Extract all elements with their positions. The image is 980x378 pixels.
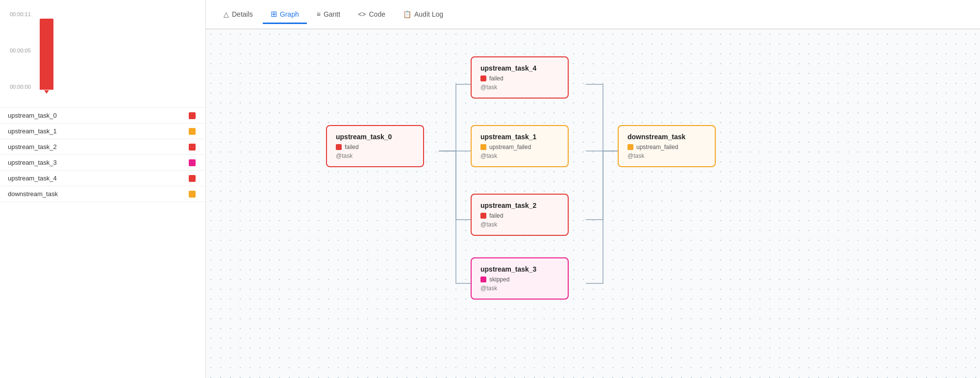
node-title: upstream_task_2 xyxy=(480,202,559,209)
task-name: downstream_task xyxy=(8,190,58,198)
main-content: △ Details ⊞ Graph ≡ Gantt <> Code 📋 Audi… xyxy=(206,0,980,378)
node-upstream_task_4[interactable]: upstream_task_4 failed @task xyxy=(471,56,569,99)
node-type: @task xyxy=(628,152,706,159)
y-label-top: 00:00:11 xyxy=(10,11,31,17)
tab-details[interactable]: △ Details xyxy=(216,6,261,24)
node-title: upstream_task_0 xyxy=(336,133,414,141)
node-type: @task xyxy=(480,84,559,91)
node-type: @task xyxy=(336,152,414,159)
node-status-dot xyxy=(480,277,486,282)
tab-graph[interactable]: ⊞ Graph xyxy=(263,5,307,24)
y-label-mid: 00:00:05 xyxy=(10,48,31,53)
node-type: @task xyxy=(480,152,559,159)
node-upstream_task_3[interactable]: upstream_task_3 skipped @task xyxy=(471,257,569,300)
status-dot xyxy=(189,128,196,135)
graph-icon: ⊞ xyxy=(271,9,277,19)
tab-gantt[interactable]: ≡ Gantt xyxy=(309,6,348,24)
status-dot xyxy=(189,175,196,182)
duration-chart: 00:00:11 00:00:05 00:00:00 xyxy=(0,0,205,108)
node-status-label: upstream_failed xyxy=(489,144,531,151)
node-status-dot xyxy=(480,144,486,150)
node-title: upstream_task_4 xyxy=(480,64,559,72)
node-downstream_task[interactable]: downstream_task upstream_failed @task xyxy=(618,125,716,167)
task-row[interactable]: downstream_task xyxy=(0,186,205,202)
status-dot xyxy=(189,144,196,151)
task-row[interactable]: upstream_task_0 xyxy=(0,108,205,124)
node-status-label: upstream_failed xyxy=(636,144,678,151)
node-status-label: failed xyxy=(345,144,359,151)
tab-code[interactable]: <> Code xyxy=(350,6,393,24)
tab-bar: △ Details ⊞ Graph ≡ Gantt <> Code 📋 Audi… xyxy=(206,0,980,29)
task-name: upstream_task_3 xyxy=(8,159,57,166)
task-name: upstream_task_1 xyxy=(8,127,57,135)
node-status-label: failed xyxy=(489,75,503,82)
chart-y-axis: 00:00:11 00:00:05 00:00:00 xyxy=(10,11,31,90)
node-status-dot xyxy=(628,144,633,150)
tab-details-label: Details xyxy=(232,10,253,18)
tab-graph-label: Graph xyxy=(280,10,299,18)
details-icon: △ xyxy=(224,10,229,18)
task-list: upstream_task_0upstream_task_1upstream_t… xyxy=(0,108,205,378)
tab-code-label: Code xyxy=(369,10,385,18)
task-name: upstream_task_2 xyxy=(8,143,57,151)
status-dot xyxy=(189,191,196,198)
node-status: failed xyxy=(336,144,414,151)
status-dot xyxy=(189,112,196,119)
code-icon: <> xyxy=(358,10,366,18)
node-title: upstream_task_1 xyxy=(480,133,559,141)
node-upstream_task_1[interactable]: upstream_task_1 upstream_failed @task xyxy=(471,125,569,167)
connector-svg xyxy=(206,29,980,378)
node-type: @task xyxy=(480,221,559,228)
task-row[interactable]: upstream_task_1 xyxy=(0,124,205,139)
node-status: upstream_failed xyxy=(628,144,706,151)
duration-bar xyxy=(40,19,53,90)
node-title: upstream_task_3 xyxy=(480,265,559,273)
tab-gantt-label: Gantt xyxy=(324,10,340,18)
task-row[interactable]: upstream_task_2 xyxy=(0,139,205,155)
audit-icon: 📋 xyxy=(403,10,411,18)
node-status: failed xyxy=(480,75,559,82)
node-status-label: skipped xyxy=(489,276,509,283)
node-status-dot xyxy=(480,213,486,219)
tab-audit-log-label: Audit Log xyxy=(414,10,443,18)
tab-audit-log[interactable]: 📋 Audit Log xyxy=(395,6,451,24)
task-name: upstream_task_0 xyxy=(8,112,57,119)
node-status-dot xyxy=(480,76,486,81)
node-type: @task xyxy=(480,285,559,292)
graph-canvas[interactable]: upstream_task_0 failed @task upstream_ta… xyxy=(206,29,980,378)
task-name: upstream_task_4 xyxy=(8,175,57,182)
node-status: upstream_failed xyxy=(480,144,559,151)
task-row[interactable]: upstream_task_3 xyxy=(0,155,205,171)
node-title: downstream_task xyxy=(628,133,706,141)
node-upstream_task_2[interactable]: upstream_task_2 failed @task xyxy=(471,194,569,236)
y-label-bottom: 00:00:00 xyxy=(10,84,31,90)
gantt-icon: ≡ xyxy=(317,10,321,18)
node-status: failed xyxy=(480,212,559,219)
node-status-label: failed xyxy=(489,212,503,219)
node-status: skipped xyxy=(480,276,559,283)
status-dot xyxy=(189,159,196,166)
node-upstream_task_0[interactable]: upstream_task_0 failed @task xyxy=(326,125,424,167)
node-status-dot xyxy=(336,144,342,150)
sidebar: 00:00:11 00:00:05 00:00:00 upstream_task… xyxy=(0,0,206,378)
task-row[interactable]: upstream_task_4 xyxy=(0,171,205,186)
